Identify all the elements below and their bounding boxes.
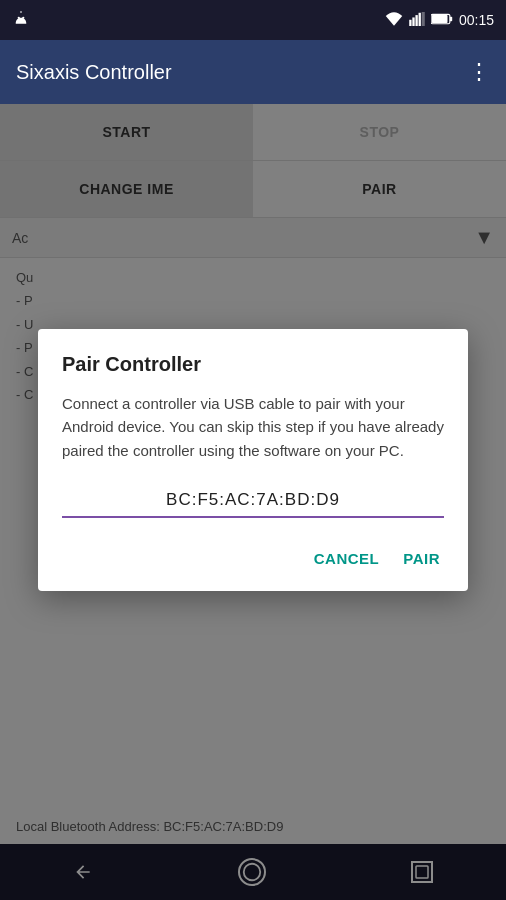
svg-rect-5 — [419, 12, 421, 25]
signal-icon — [409, 12, 425, 29]
svg-rect-3 — [412, 17, 414, 26]
mac-address-input[interactable] — [62, 486, 444, 514]
status-bar: 00:15 — [0, 0, 506, 40]
svg-rect-4 — [415, 15, 417, 26]
wifi-icon — [385, 12, 403, 29]
svg-rect-9 — [450, 16, 452, 21]
app-title: Sixaxis Controller — [16, 61, 172, 84]
svg-rect-6 — [422, 12, 425, 26]
app-bar: Sixaxis Controller ⋮ — [0, 40, 506, 104]
notification-icons — [12, 11, 30, 29]
dialog-body: Connect a controller via USB cable to pa… — [62, 392, 444, 462]
android-icon — [12, 11, 30, 29]
battery-icon — [431, 12, 453, 29]
cancel-button[interactable]: CANCEL — [310, 542, 384, 575]
dialog-actions: CANCEL PAIR — [62, 542, 444, 575]
mac-address-input-wrapper — [62, 486, 444, 518]
svg-rect-2 — [409, 19, 411, 25]
main-content: START STOP CHANGE IME PAIR Ac ▼ Qu - P -… — [0, 104, 506, 900]
pair-controller-dialog: Pair Controller Connect a controller via… — [38, 329, 468, 591]
pair-dialog-button[interactable]: PAIR — [399, 542, 444, 575]
status-icons: 00:15 — [385, 12, 494, 29]
svg-rect-8 — [432, 15, 448, 23]
more-options-icon[interactable]: ⋮ — [468, 59, 490, 85]
time-display: 00:15 — [459, 12, 494, 28]
dialog-title: Pair Controller — [62, 353, 444, 376]
